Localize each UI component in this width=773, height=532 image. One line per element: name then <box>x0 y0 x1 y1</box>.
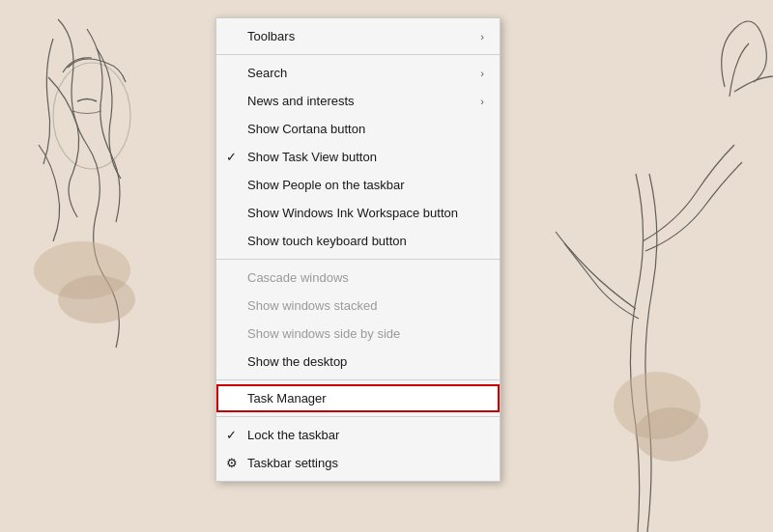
gear-icon: ⚙ <box>226 456 238 470</box>
menu-item-label: Taskbar settings <box>247 456 338 470</box>
menu-item-keyboard[interactable]: Show touch keyboard button <box>216 227 500 255</box>
menu-item-label: Lock the taskbar <box>247 428 339 442</box>
menu-item-label: Show touch keyboard button <box>247 234 407 248</box>
menu-divider <box>216 416 500 417</box>
menu-item-stacked: Show windows stacked <box>216 292 500 320</box>
menu-divider <box>216 259 500 260</box>
svg-point-1 <box>58 275 135 323</box>
menu-divider <box>216 54 500 55</box>
menu-item-cascade: Cascade windows <box>216 264 500 292</box>
menu-item-label: News and interests <box>247 94 355 108</box>
menu-item-label: Show windows stacked <box>247 298 377 313</box>
menu-item-people[interactable]: Show People on the taskbar <box>216 171 500 199</box>
menu-item-label: Cascade windows <box>247 270 349 285</box>
menu-item-label: Show Windows Ink Workspace button <box>247 206 458 220</box>
menu-item-taskmanager[interactable]: Task Manager <box>216 384 500 412</box>
menu-divider <box>216 379 500 380</box>
submenu-arrow-icon: › <box>480 31 484 42</box>
submenu-arrow-icon: › <box>480 68 484 79</box>
menu-item-label: Show Task View button <box>247 150 377 164</box>
submenu-arrow-icon: › <box>480 96 484 107</box>
menu-item-cortana[interactable]: Show Cortana button <box>216 115 500 143</box>
menu-item-toolbars[interactable]: Toolbars› <box>216 22 500 50</box>
menu-item-taskbarsettings[interactable]: ⚙Taskbar settings <box>216 449 500 477</box>
menu-item-label: Task Manager <box>247 391 327 406</box>
svg-point-3 <box>635 407 708 462</box>
menu-item-inkworkspace[interactable]: Show Windows Ink Workspace button <box>216 199 500 227</box>
menu-item-desktop[interactable]: Show the desktop <box>216 348 500 376</box>
menu-item-label: Toolbars <box>247 29 295 43</box>
menu-item-taskview[interactable]: ✓Show Task View button <box>216 143 500 171</box>
menu-item-label: Show Cortana button <box>247 122 365 136</box>
menu-item-label: Show the desktop <box>247 354 347 369</box>
checkmark-icon: ✓ <box>226 150 237 164</box>
menu-item-label: Show People on the taskbar <box>247 178 405 192</box>
menu-item-label: Search <box>247 66 287 80</box>
menu-item-news[interactable]: News and interests› <box>216 87 500 115</box>
menu-item-search[interactable]: Search› <box>216 59 500 87</box>
menu-item-locktaskbar[interactable]: ✓Lock the taskbar <box>216 421 500 449</box>
checkmark-icon: ✓ <box>226 428 237 442</box>
context-menu: Toolbars›Search›News and interests›Show … <box>215 17 501 482</box>
menu-item-sidebyside: Show windows side by side <box>216 320 500 348</box>
menu-item-label: Show windows side by side <box>247 326 400 341</box>
